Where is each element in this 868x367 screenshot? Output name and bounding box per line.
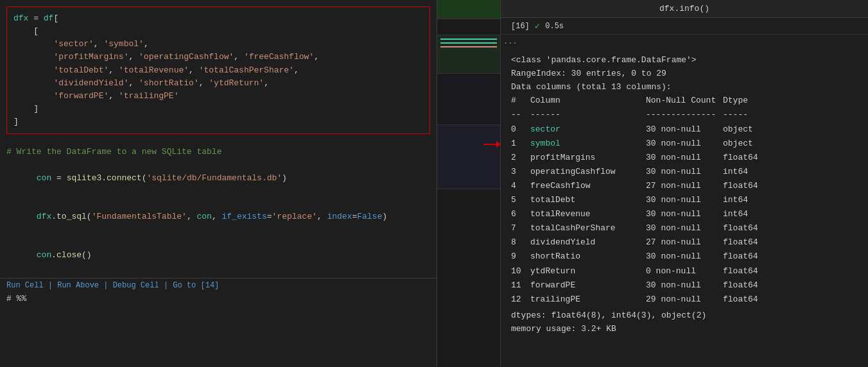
toolbar-sep3: | xyxy=(164,281,173,290)
row-dtype: int64 xyxy=(723,165,774,179)
row-nonnull: 0 non-null xyxy=(646,264,723,278)
table-row: 10 ytdReturn 0 non-null float64 xyxy=(511,264,858,278)
code-line-1: dfx = df[ xyxy=(13,12,423,25)
row-name: symbol xyxy=(530,137,646,151)
row-idx: 11 xyxy=(511,278,530,293)
goto-link[interactable]: Go to [14] xyxy=(173,281,219,290)
thumbnail-strip xyxy=(437,0,500,367)
row-nonnull: 30 non-null xyxy=(646,250,723,264)
out-dtypes: dtypes: float64(8), int64(3), object(2) xyxy=(511,309,858,323)
code-cell-dfx[interactable]: dfx = df[ [ 'sector', 'symbol', 'profitM… xyxy=(6,6,430,134)
middle-panel xyxy=(437,0,501,367)
code-tosql: dfx.to_sql('FundamentalsTable', con, if_… xyxy=(6,198,430,236)
out-class: <class 'pandas.core.frame.DataFrame'> xyxy=(511,54,858,67)
df-table-header: # Column Non-Null Count Dtype xyxy=(511,94,858,108)
out-memory: memory usage: 3.2+ KB xyxy=(511,323,858,336)
output-line-num: [16] ✓ 0.5s xyxy=(501,18,868,35)
right-panel: dfx.info() [16] ✓ 0.5s ... <class 'panda… xyxy=(501,0,868,367)
run-cell-link[interactable]: Run Cell xyxy=(6,281,44,290)
row-dtype: float64 xyxy=(723,151,774,165)
table-row: 8 dividendYield 27 non-null float64 xyxy=(511,235,858,250)
row-nonnull: 27 non-null xyxy=(646,235,723,250)
row-idx: 5 xyxy=(511,193,530,207)
row-idx: 12 xyxy=(511,293,530,307)
row-nonnull: 30 non-null xyxy=(646,221,723,235)
row-nonnull: 30 non-null xyxy=(646,165,723,179)
left-panel: dfx = df[ [ 'sector', 'symbol', 'profitM… xyxy=(0,0,437,367)
row-name: totalRevenue xyxy=(530,207,646,221)
row-idx: 0 xyxy=(511,123,530,137)
output-header: dfx.info() xyxy=(501,0,868,18)
row-idx: 8 xyxy=(511,235,530,250)
th-idx: # xyxy=(511,94,530,108)
table-row: 12 trailingPE 29 non-null float64 xyxy=(511,293,858,307)
row-dtype: float64 xyxy=(723,278,774,293)
row-dtype: object xyxy=(723,137,774,151)
th-name: Column xyxy=(530,94,646,108)
out-rangeindex: RangeIndex: 30 entries, 0 to 29 xyxy=(511,67,858,81)
row-idx: 9 xyxy=(511,250,530,264)
row-nonnull: 30 non-null xyxy=(646,137,723,151)
row-dtype: float64 xyxy=(723,250,774,264)
run-above-link[interactable]: Run Above xyxy=(57,281,99,290)
thumb-seg-2 xyxy=(437,19,500,35)
comment-section: # Write the DataFrame to a new SQLite ta… xyxy=(0,138,437,277)
sep-nonnull: -------------- xyxy=(646,108,723,122)
row-name: trailingPE xyxy=(530,293,646,307)
thumb-seg-4 xyxy=(437,74,500,125)
row-name: shortRatio xyxy=(530,250,646,264)
arrow-container xyxy=(483,141,501,148)
code-line-8: ] xyxy=(13,103,423,115)
thumb-seg-1 xyxy=(437,0,500,19)
row-idx: 7 xyxy=(511,221,530,235)
code-line-6: 'dividendYield', 'shortRatio', 'ytdRetur… xyxy=(13,77,423,90)
row-idx: 2 xyxy=(511,151,530,165)
row-idx: 4 xyxy=(511,179,530,193)
output-title: dfx.info() xyxy=(659,4,709,13)
row-name: ytdReturn xyxy=(530,264,646,278)
row-dtype: int64 xyxy=(723,193,774,207)
timing: 0.5s xyxy=(545,22,564,31)
out-datacolumns: Data columns (total 13 columns): xyxy=(511,81,858,94)
row-dtype: float64 xyxy=(723,293,774,307)
row-nonnull: 30 non-null xyxy=(646,278,723,293)
row-nonnull: 30 non-null xyxy=(646,193,723,207)
table-row: 0 sector 30 non-null object xyxy=(511,123,858,137)
row-idx: 6 xyxy=(511,207,530,221)
table-row: 2 profitMargins 30 non-null float64 xyxy=(511,151,858,165)
table-row: 4 freeCashflow 27 non-null float64 xyxy=(511,179,858,193)
check-icon: ✓ xyxy=(535,21,540,31)
th-dtype: Dtype xyxy=(723,94,774,108)
row-nonnull: 29 non-null xyxy=(646,293,723,307)
table-row: 7 totalCashPerShare 30 non-null float64 xyxy=(511,221,858,235)
df-table-sep: -- ------ -------------- ----- xyxy=(511,108,858,122)
hash-line: # %% xyxy=(0,293,437,305)
table-row: 5 totalDebt 30 non-null int64 xyxy=(511,193,858,207)
code-line-5: 'totalDebt', 'totalRevenue', 'totalCashP… xyxy=(13,64,423,77)
row-dtype: float64 xyxy=(723,221,774,235)
row-dtype: float64 xyxy=(723,235,774,250)
row-dtype: float64 xyxy=(723,264,774,278)
code-line-7: 'forwardPE', 'trailingPE' xyxy=(13,90,423,103)
row-nonnull: 30 non-null xyxy=(646,123,723,137)
code-line-4: 'profitMargins', 'operatingCashflow', 'f… xyxy=(13,51,423,64)
thumb-seg-5 xyxy=(437,125,500,189)
ellipsis-area: ... xyxy=(501,35,868,49)
arrow-line xyxy=(483,144,496,145)
code-line-2: [ xyxy=(13,25,423,38)
row-name: dividendYield xyxy=(530,235,646,250)
row-idx: 10 xyxy=(511,264,530,278)
row-name: profitMargins xyxy=(530,151,646,165)
th-nonnull: Non-Null Count xyxy=(646,94,723,108)
output-body: <class 'pandas.core.frame.DataFrame'> Ra… xyxy=(501,49,868,367)
debug-cell-link[interactable]: Debug Cell xyxy=(113,281,159,290)
comment-line: # Write the DataFrame to a new SQLite ta… xyxy=(6,146,430,158)
toolbar-sep2: | xyxy=(103,281,112,290)
thumb-seg-6 xyxy=(437,189,500,367)
code-close: con.close() xyxy=(6,236,430,275)
code-con: con = sqlite3.connect('sqlite/db/Fundame… xyxy=(6,158,430,197)
sep-idx: -- xyxy=(511,108,530,122)
row-name: totalDebt xyxy=(530,193,646,207)
table-row: 11 forwardPE 30 non-null float64 xyxy=(511,278,858,293)
row-nonnull: 30 non-null xyxy=(646,151,723,165)
